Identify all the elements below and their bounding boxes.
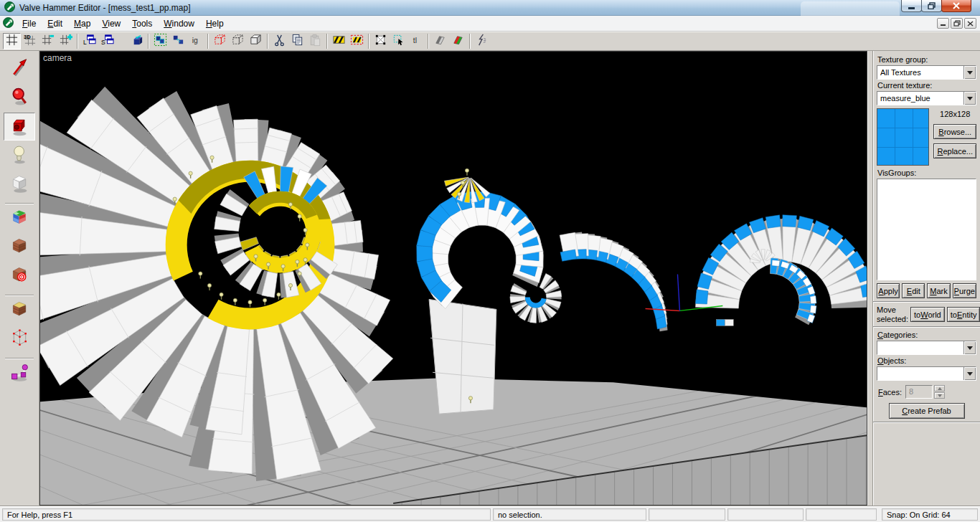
toggle-3d-grid-button[interactable]: 3D [21,33,39,49]
chevron-down-icon[interactable] [963,66,976,79]
vertex-tool-icon [9,327,31,351]
texture-lock-icon: tl [410,33,423,49]
current-texture-value: measure_blue [877,92,963,105]
mark-button[interactable]: Mark [927,283,950,298]
restore-button[interactable] [921,0,942,12]
main-toolbar: 3DLSigtl [0,32,980,51]
apply-current-texture-icon [9,235,31,260]
current-texture-select[interactable]: measure_blue [877,91,976,105]
texture-preview [877,108,929,166]
spin-up-icon[interactable] [934,385,945,392]
toggle-group-ignore-button[interactable]: ig [187,33,205,49]
toolbar-separator [148,34,149,49]
mdi-close-button[interactable] [964,18,976,29]
toggle-select-by-handles-button[interactable] [372,33,390,49]
grid-status: Snap: On Grid: 64 [882,508,978,521]
toggle-auto-selection-button[interactable] [390,33,407,49]
apply-button[interactable]: Apply [877,283,900,298]
to-world-button[interactable]: toWorld [910,307,945,322]
flip-horizontal-button[interactable] [431,33,449,49]
faces-input[interactable]: 8 [905,385,933,399]
texture-lock-button[interactable]: tl [407,33,425,49]
apply-current-texture-button[interactable] [4,233,35,261]
hide-selected-button[interactable] [211,33,229,49]
copy-button[interactable] [288,33,306,49]
purge-button[interactable]: Purge [953,283,976,298]
paste-button[interactable] [306,33,324,49]
objects-label: Objects: [877,356,976,365]
vertex-tool-button[interactable] [4,325,35,353]
camera-tool-button[interactable] [4,113,35,141]
hammer-editor-window: Valve Hammer Editor - [mess_test1_pp.map… [0,0,980,522]
replace-button[interactable]: Replace... [933,143,976,158]
menu-bar: FileEditMapViewToolsWindowHelp [0,16,980,32]
toggle-cordon-button[interactable] [330,33,348,49]
hide-selected-icon [213,33,227,49]
mdi-minimize-button[interactable] [937,18,949,29]
3d-scene [40,52,867,505]
flip-vertical-icon [451,33,465,49]
minimize-button[interactable] [901,0,922,12]
edit-cordon-bounds-button[interactable] [348,33,366,49]
menu-file[interactable]: File [17,17,42,30]
toggle-texture-application-button[interactable] [4,204,35,232]
carve-button[interactable] [128,33,146,49]
path-tool-button[interactable] [4,359,35,387]
panel-splitter[interactable] [867,51,873,506]
selection-tool-button[interactable] [4,55,35,83]
browse-button[interactable]: Browse... [933,124,976,139]
show-hidden-button[interactable] [247,33,265,49]
cut-button[interactable] [270,33,288,49]
entity-tool-button[interactable] [4,141,35,169]
close-button[interactable] [941,0,971,12]
load-window-state-button[interactable]: L [80,33,98,49]
categories-select[interactable] [877,341,976,355]
current-texture-label: Current texture: [877,81,976,90]
ungroup-button[interactable] [169,33,187,49]
magnify-tool-button[interactable] [4,84,35,112]
lone-box [716,319,725,326]
hide-unselected-button[interactable] [229,33,247,49]
mdi-document-icon[interactable] [3,17,14,30]
toolbar-separator [267,34,268,49]
edit-visgroups-button[interactable]: Edit [902,283,925,298]
visgroups-list[interactable] [877,179,976,280]
menu-view[interactable]: View [96,17,126,30]
larger-grid-button[interactable] [57,33,75,49]
mdi-restore-button[interactable] [951,18,963,29]
block-tool-button[interactable] [4,170,35,198]
save-window-state-button[interactable]: S [98,33,116,49]
categories-label: Categories: [877,331,976,339]
larger-grid-icon [59,33,72,49]
faces-stepper[interactable] [934,385,945,399]
toolbar-separator [207,34,209,49]
texture-group-select[interactable]: All Textures [877,65,976,80]
spin-down-icon[interactable] [934,392,945,399]
menu-help[interactable]: Help [200,17,230,30]
cut-icon [273,33,286,49]
chevron-down-icon[interactable] [963,367,976,380]
texture-size: 128x128 [933,110,976,118]
chevron-down-icon[interactable] [963,92,976,105]
menu-tools[interactable]: Tools [126,17,158,30]
toggle-2d-grid-icon [5,33,19,49]
clipping-tool-button[interactable] [4,296,35,324]
toggle-texture-application-icon [9,207,31,231]
flip-vertical-button[interactable] [449,33,467,49]
smaller-grid-button[interactable] [39,33,57,49]
divider [873,326,980,328]
menu-edit[interactable]: Edit [42,17,68,30]
toggle-2d-grid-button[interactable] [3,33,21,49]
svg-text:3D: 3D [24,34,31,40]
objects-select[interactable] [877,366,976,381]
chevron-down-icon[interactable] [963,341,976,354]
menu-map[interactable]: Map [68,17,96,30]
menu-window[interactable]: Window [158,17,200,30]
to-entity-button[interactable]: toEntity [947,307,980,322]
3d-viewport[interactable]: camera [39,51,867,506]
carve-icon [130,33,143,49]
apply-decals-button[interactable] [4,262,35,290]
create-prefab-button[interactable]: Create Prefab [889,403,965,419]
group-button[interactable] [151,33,169,49]
run-map-button[interactable] [473,33,491,49]
